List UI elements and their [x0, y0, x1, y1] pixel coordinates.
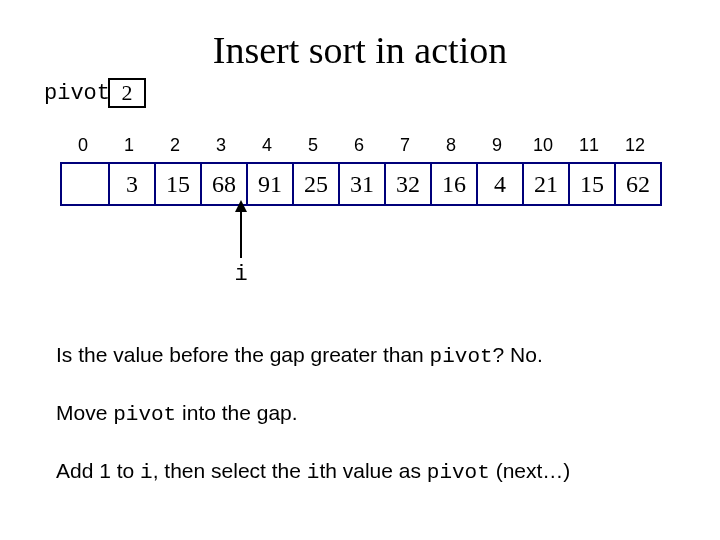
pointer-label: i — [234, 262, 247, 287]
array-cell: 21 — [522, 164, 568, 204]
code-fragment: pivot — [430, 345, 493, 368]
array-cell: 25 — [292, 164, 338, 204]
text-fragment: (next…) — [490, 459, 571, 482]
slide-title: Insert sort in action — [213, 28, 507, 72]
pointer-i: i — [218, 200, 264, 287]
code-fragment: pivot — [427, 461, 490, 484]
text-fragment: into the gap. — [176, 401, 297, 424]
text-fragment: Add 1 to — [56, 459, 140, 482]
array-cell: 4 — [476, 164, 522, 204]
array-cell: 15 — [568, 164, 614, 204]
code-fragment: i — [140, 461, 153, 484]
text-fragment: ? No. — [493, 343, 543, 366]
text-fragment: Move — [56, 401, 113, 424]
code-fragment: i — [307, 461, 320, 484]
text-fragment: Is the value before the gap greater than — [56, 343, 430, 366]
index-label: 9 — [474, 135, 520, 156]
array-cell: 68 — [200, 164, 246, 204]
array-cell: 15 — [154, 164, 200, 204]
index-label: 4 — [244, 135, 290, 156]
svg-marker-1 — [235, 200, 247, 212]
index-label: 12 — [612, 135, 658, 156]
array-cell: 16 — [430, 164, 476, 204]
index-label: 0 — [60, 135, 106, 156]
array-cell: 91 — [246, 164, 292, 204]
text-fragment: th value as — [319, 459, 426, 482]
array-diagram: 0 1 2 3 4 5 6 7 8 9 10 11 12 3 15 68 91 … — [60, 135, 662, 206]
array-cell: 3 — [108, 164, 154, 204]
explanation-line-3: Add 1 to i, then select the ith value as… — [56, 458, 570, 485]
index-label: 7 — [382, 135, 428, 156]
array-cell: 31 — [338, 164, 384, 204]
code-fragment: pivot — [113, 403, 176, 426]
pivot-value: 2 — [108, 78, 146, 108]
cell-row: 3 15 68 91 25 31 32 16 4 21 15 62 — [60, 162, 662, 206]
pivot-box: pivot 2 — [44, 78, 146, 108]
arrow-up-icon — [231, 200, 251, 260]
index-label: 1 — [106, 135, 152, 156]
index-label: 10 — [520, 135, 566, 156]
array-cell: 62 — [614, 164, 660, 204]
index-label: 2 — [152, 135, 198, 156]
index-label: 6 — [336, 135, 382, 156]
array-cell — [62, 164, 108, 204]
index-label: 11 — [566, 135, 612, 156]
array-cell: 32 — [384, 164, 430, 204]
text-fragment: , then select the — [153, 459, 307, 482]
explanation-line-2: Move pivot into the gap. — [56, 400, 298, 427]
index-label: 5 — [290, 135, 336, 156]
index-label: 3 — [198, 135, 244, 156]
explanation-line-1: Is the value before the gap greater than… — [56, 342, 543, 369]
index-label: 8 — [428, 135, 474, 156]
pivot-label: pivot — [44, 81, 110, 106]
index-row: 0 1 2 3 4 5 6 7 8 9 10 11 12 — [60, 135, 662, 156]
